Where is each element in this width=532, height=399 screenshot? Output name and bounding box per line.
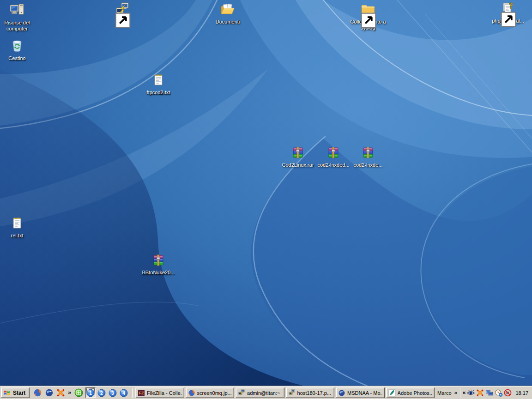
desktop-icon-label: Cod2Linux.rar — [282, 162, 314, 168]
wallpaper — [0, 0, 532, 386]
start-button-label: Start — [13, 390, 25, 396]
desktop-icon-putty[interactable]: putty — [104, 2, 141, 25]
toolbar-marco-label: Marco — [437, 390, 452, 396]
desktop-icon-label: rel.txt — [11, 233, 24, 239]
svg-text:4: 4 — [122, 390, 125, 395]
desktop-icon-label: Risorse del computer — [1, 20, 33, 32]
notepad-icon — [151, 73, 166, 88]
putty-icon — [238, 389, 245, 397]
firefox-icon — [188, 389, 195, 397]
svg-text:2: 2 — [100, 390, 103, 395]
hide-ip-icon[interactable]: IP — [504, 389, 512, 397]
help-file-shortcut-icon: ? — [500, 1, 516, 17]
shortcut-arrow-icon — [361, 12, 366, 18]
winrar-icon — [151, 253, 166, 268]
mozilla-icon — [338, 389, 345, 397]
pager-button-3[interactable]: 3 — [108, 387, 118, 398]
desktop-icon-documenti[interactable]: Documenti — [209, 2, 246, 25]
desktop-icon-cod2linux-rar[interactable]: Cod2Linux.rar — [279, 145, 316, 168]
desktop-icon-cestino[interactable]: Cestino — [0, 38, 34, 61]
task-button-filezilla[interactable]: FZ FileZilla - Colle... — [135, 387, 184, 398]
desktop-icon-label: cod2-lnxded... — [317, 162, 349, 168]
pager-button-1[interactable]: 1 — [85, 387, 96, 398]
firefox-icon[interactable] — [33, 388, 42, 397]
desktop-icon-ftpcod2-txt[interactable]: ftpcod2.txt — [140, 73, 177, 96]
quick-launch-overflow-chevron[interactable]: » — [68, 388, 71, 397]
desktop-icon-risorse-del-computer[interactable]: Risorse del computer — [0, 3, 34, 32]
start-button[interactable]: Start — [1, 387, 30, 398]
taskbar-separator — [131, 388, 133, 398]
photoshop-icon — [388, 389, 396, 397]
filezilla-icon: FZ — [138, 389, 145, 397]
shortcut-arrow-icon — [501, 12, 506, 17]
desktop-icon-label: BBtoNuke20... — [142, 270, 175, 276]
desktop-icon-bbtonuke[interactable]: BBtoNuke20... — [140, 253, 177, 276]
svg-text:?: ? — [509, 1, 513, 11]
pager-button-4[interactable]: 4 — [119, 387, 129, 398]
desktop-icon-label: Cestino — [8, 55, 25, 61]
desktop-icon-label: Documenti — [216, 19, 240, 25]
putty-shortcut-icon — [115, 2, 130, 18]
desktop: Risorse del computer Cestino — [0, 0, 532, 386]
documents-folder-icon — [220, 2, 236, 18]
task-button-screen0mq[interactable]: screen0mq.jp... — [186, 387, 235, 398]
quick-launch-toolbar: » — [33, 388, 71, 397]
scheduler-icon[interactable] — [495, 389, 502, 397]
desktop-pager-icon[interactable] — [74, 388, 83, 397]
svg-text:1: 1 — [89, 390, 92, 395]
my-computer-icon — [9, 3, 25, 18]
shortcut-arrow-icon — [115, 12, 120, 18]
desktop-icon-label: cod2-lnxde... — [354, 162, 383, 168]
svg-text:3: 3 — [111, 390, 114, 395]
windows-flag-icon — [3, 389, 11, 397]
desktop-icon-cod2-lnxde[interactable]: cod2-lnxde... — [350, 145, 387, 168]
network-icon[interactable] — [485, 389, 493, 397]
task-button-adobe-photoshop[interactable]: Adobe Photos... — [386, 387, 435, 398]
tray-clock: 18.17 — [515, 390, 528, 396]
desktop-icon-cod2-lnxded[interactable]: cod2-lnxded... — [315, 145, 352, 168]
task-button-area: FZ FileZilla - Colle... screen0mq.jp... … — [135, 387, 435, 398]
thunderbird-icon[interactable] — [45, 388, 54, 397]
task-button-msdnaa[interactable]: MSDNAA - Mo... — [336, 387, 385, 398]
recycle-bin-icon — [9, 38, 25, 54]
task-button-host180[interactable]: host180-17.p... — [286, 387, 335, 398]
x-app-icon[interactable] — [56, 388, 65, 397]
svg-text:FZ: FZ — [139, 391, 144, 395]
taskbar: Start » — [0, 386, 532, 399]
task-button-admin-titan[interactable]: admin@titan:~ — [236, 387, 284, 398]
pager-button-2[interactable]: 2 — [97, 387, 107, 398]
winrar-icon — [290, 145, 306, 161]
putty-icon — [288, 389, 296, 397]
desktop-icon-rel-txt[interactable]: rel.txt — [0, 216, 34, 239]
x-app-icon[interactable] — [476, 389, 484, 397]
tray-collapse-chevron[interactable]: « — [463, 388, 466, 397]
winrar-icon — [326, 145, 341, 161]
desktop-pager: 1 2 3 4 — [74, 387, 129, 398]
toolbar-marco-chevron[interactable]: » — [454, 388, 457, 397]
desktop-icon-label: ftpcod2.txt — [147, 90, 170, 96]
system-tray: « — [460, 388, 531, 398]
desktop-icon-collegamento-a-syslog[interactable]: Collegamento a syslog — [350, 2, 387, 31]
notepad-icon — [9, 216, 25, 231]
winrar-icon — [360, 145, 376, 161]
desktop-icon-php-manual[interactable]: ? php_manual... — [490, 1, 526, 24]
folder-shortcut-icon — [360, 2, 376, 18]
toolbar-marco[interactable]: Marco » — [435, 388, 460, 397]
eye-icon[interactable] — [467, 389, 475, 397]
